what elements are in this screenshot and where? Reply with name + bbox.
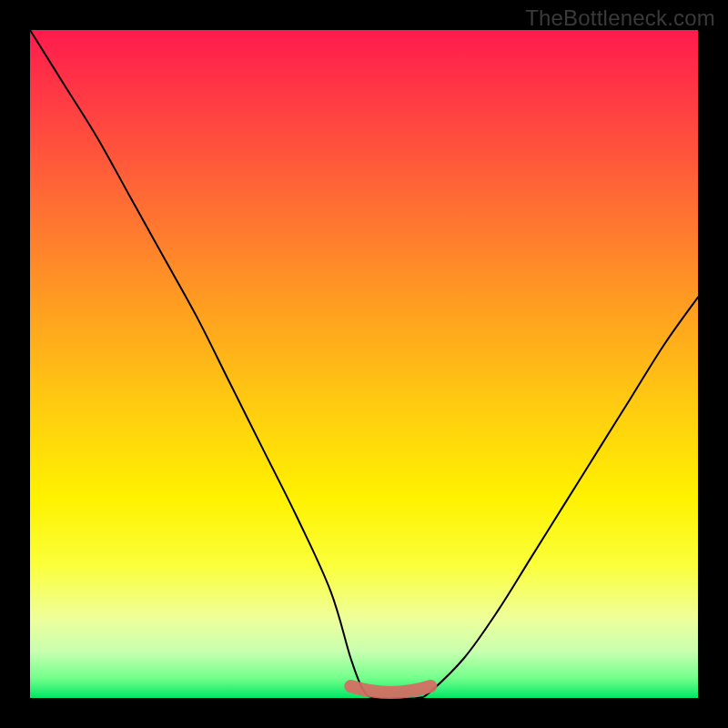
watermark-text: TheBottleneck.com	[525, 5, 715, 31]
curve-layer	[30, 30, 698, 698]
bottleneck-curve	[30, 30, 698, 699]
chart-frame: TheBottleneck.com	[0, 0, 728, 728]
trough-highlight	[350, 686, 430, 693]
